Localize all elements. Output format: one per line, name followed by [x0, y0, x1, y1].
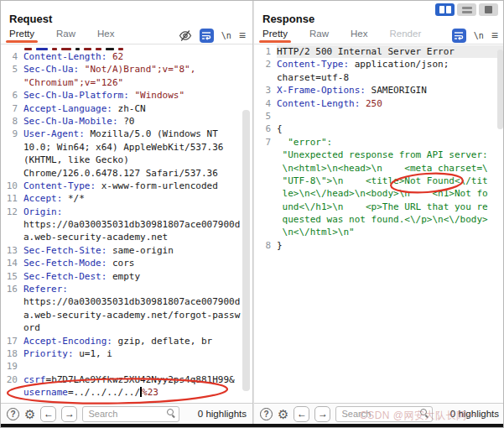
line-number	[254, 201, 271, 213]
code-line[interactable]: 5Sec-Ch-Ua: "Not/A)Brand";v="8",	[1, 63, 252, 76]
code-line[interactable]: 13Sec-Fetch-Site: same-origin	[1, 244, 252, 257]
code-line[interactable]: 15Sec-Fetch-Dest: empty	[1, 270, 252, 283]
code-line[interactable]: 8}	[254, 239, 504, 252]
view-layout-switcher	[435, 3, 498, 16]
code-line[interactable]: 10.0; Win64; x64) AppleWebKit/537.36	[1, 141, 252, 154]
request-tab-pretty[interactable]: Pretty	[9, 29, 34, 42]
word-wrap-toggle[interactable]	[452, 29, 466, 43]
prev-match-button[interactable]: ←	[40, 406, 56, 422]
line-number: 1	[254, 45, 271, 58]
code-line[interactable]: 7Accept-Language: zh-CN	[1, 102, 252, 115]
request-editor[interactable]: 4Content-Length: 625Sec-Ch-Ua: "Not/A)Br…	[1, 45, 252, 403]
line-number: 13	[1, 244, 18, 257]
request-menu-icon[interactable]: ≡	[239, 31, 246, 39]
code-line[interactable]: charset=utf-8	[254, 71, 504, 84]
code-line[interactable]: 11Accept: */*	[1, 192, 252, 205]
request-panel-title: Request	[9, 13, 52, 25]
response-scrollbar[interactable]	[497, 50, 503, 129]
code-line[interactable]: 8Sec-Ch-Ua-Mobile: ?0	[1, 115, 252, 128]
code-line[interactable]: "Unexpected response from API server:	[254, 149, 504, 161]
word-wrap-toggle[interactable]	[200, 29, 214, 43]
prev-match-button[interactable]: ←	[294, 406, 309, 422]
gear-icon[interactable]: ⚙	[24, 408, 35, 420]
code-line[interactable]: 18Priority: u=1, i	[1, 347, 252, 360]
code-line[interactable]: quested was not found.<\/p>\n<\/body>	[254, 213, 504, 226]
line-text: Sec-Ch-Ua-Platform: "Windows"	[23, 89, 184, 102]
code-line[interactable]: 17Accept-Encoding: gzip, deflate, br	[1, 335, 252, 347]
code-line[interactable]: Chrome/126.0.6478.127 Safari/537.36	[1, 167, 252, 180]
code-line[interactable]: ord	[1, 321, 252, 334]
code-line[interactable]: und<\/h1>\n <p>The URL that you re	[254, 201, 504, 213]
help-icon[interactable]: ?	[7, 408, 19, 420]
line-number: 5	[1, 63, 18, 76]
line-text: ord	[23, 321, 40, 334]
gear-icon[interactable]: ⚙	[278, 408, 288, 420]
request-scrollbar[interactable]	[242, 110, 250, 391]
split-rows-view-button[interactable]	[457, 3, 476, 16]
line-number: 7	[1, 102, 18, 115]
line-text: "error":	[277, 136, 332, 149]
single-pane-icon	[485, 6, 492, 13]
code-line[interactable]: 9User-Agent: Mozilla/5.0 (Windows NT	[1, 128, 252, 140]
split-columns-view-button[interactable]	[435, 3, 455, 16]
code-line[interactable]: 6Sec-Ch-Ua-Platform: "Windows"	[1, 89, 252, 102]
code-line[interactable]: "Chromium";v="126"	[1, 76, 252, 89]
single-pane-view-button[interactable]	[479, 3, 498, 16]
code-line[interactable]: username=../../../../%23	[1, 386, 252, 399]
line-number: 4	[1, 50, 18, 63]
code-line[interactable]: a.web-security-academy.net/forgot-passw	[1, 309, 252, 321]
request-statusbar: ? ⚙ ← → 0 highlights	[1, 403, 252, 424]
hide-matching-eye-icon[interactable]	[179, 29, 192, 42]
line-number: 16	[1, 283, 18, 295]
response-editor[interactable]: 1HTTP/2 500 Internal Server Error2Conten…	[254, 45, 504, 403]
next-match-button[interactable]: →	[314, 406, 330, 422]
newline-toggle-icon[interactable]: \n	[221, 31, 231, 40]
code-line[interactable]: 12Origin:	[1, 206, 252, 218]
code-line[interactable]: 6{	[254, 123, 504, 135]
newline-toggle-icon[interactable]: \n	[474, 31, 484, 40]
line-number	[1, 321, 18, 334]
help-icon[interactable]: ?	[260, 408, 273, 420]
code-line[interactable]: 2Content-Type: application/json;	[254, 58, 504, 70]
response-tab-hex[interactable]: Hex	[351, 29, 367, 42]
code-line[interactable]: 20csrf=bZD7LAe9Yfkwz5XU42Nyy2ps4q881H99&	[1, 373, 252, 386]
code-line[interactable]: \n<html>\n<head>\n <meta charset=\	[254, 162, 504, 175]
line-text: {	[277, 123, 283, 135]
line-number	[254, 213, 271, 226]
line-text: X-Frame-Options: SAMEORIGIN	[277, 84, 427, 97]
line-number	[1, 386, 18, 399]
line-text: https://0a030035031db30981807ace007900d	[23, 218, 240, 231]
code-line[interactable]: 1HTTP/2 500 Internal Server Error	[254, 45, 504, 58]
line-number: 19	[1, 360, 18, 373]
line-text: \n<\/html>\n"	[277, 226, 355, 238]
response-tab-render[interactable]: Render	[390, 29, 422, 42]
request-tab-raw[interactable]: Raw	[56, 29, 75, 42]
code-line[interactable]: \n<\/html>\n"	[254, 226, 504, 238]
code-line[interactable]: 14Sec-Fetch-Mode: cors	[1, 257, 252, 269]
code-line[interactable]: 10Content-Type: x-www-form-urlencoded	[1, 180, 252, 192]
response-tab-raw[interactable]: Raw	[309, 29, 329, 42]
code-line[interactable]: 4Content-Length: 250	[254, 97, 504, 110]
code-line[interactable]: https://0a030035031db30981807ace007900d	[1, 295, 252, 308]
request-panel: Request Pretty Raw Hex	[1, 1, 253, 427]
code-line[interactable]: (KHTML, like Gecko)	[1, 154, 252, 166]
code-line[interactable]: 16Referer:	[1, 283, 252, 295]
code-line[interactable]: 5	[254, 110, 504, 123]
line-number	[254, 71, 271, 84]
next-match-button[interactable]: →	[61, 406, 77, 422]
line-text: \n<html>\n<head>\n <meta charset=\	[277, 162, 488, 175]
line-number: 8	[254, 239, 271, 252]
code-line[interactable]: le>\n<\/head>\n<body>\n <h1>Not fo	[254, 187, 504, 200]
code-line[interactable]: 7 "error":	[254, 136, 504, 149]
code-line[interactable]: https://0a030035031db30981807ace007900d	[1, 218, 252, 231]
code-line[interactable]: 3X-Frame-Options: SAMEORIGIN	[254, 84, 504, 97]
line-number: 4	[254, 97, 271, 110]
request-tab-hex[interactable]: Hex	[97, 29, 114, 42]
code-line[interactable]: 4Content-Length: 62	[1, 50, 252, 63]
code-line[interactable]: 19	[1, 360, 252, 373]
code-line[interactable]: a.web-security-academy.net	[1, 231, 252, 243]
request-search-input[interactable]	[82, 406, 179, 422]
response-tab-pretty[interactable]: Pretty	[262, 29, 288, 42]
code-line[interactable]: "UTF-8\">\n <title>Not Found<\/tit	[254, 175, 504, 187]
response-menu-icon[interactable]: ≡	[491, 31, 498, 39]
